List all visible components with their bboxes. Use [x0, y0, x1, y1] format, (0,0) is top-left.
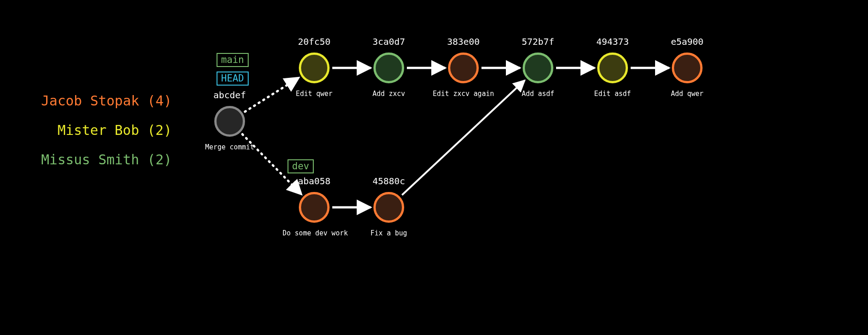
- commit-message: Do some dev work: [283, 229, 346, 237]
- branch-tag-dev: dev: [288, 159, 314, 173]
- commit-node: 572b7f Add asdf: [506, 36, 570, 98]
- commit-node: 383e00 Edit zxcv again: [432, 36, 495, 98]
- commit-circle-icon: [299, 53, 330, 83]
- author-entry: Jacob Stopak (4): [23, 93, 172, 109]
- commit-circle-icon: [214, 106, 245, 137]
- commit-hash: 572b7f: [506, 36, 570, 47]
- commit-node: 494373 Edit asdf: [581, 36, 644, 98]
- commit-node: 45880c Fix a bug: [357, 176, 420, 237]
- commit-circle-icon: [373, 192, 404, 223]
- commit-circle-icon: [597, 53, 628, 83]
- commit-message: Edit asdf: [581, 90, 644, 98]
- branch-tag-main: main: [217, 53, 249, 67]
- commit-message: Add qwer: [656, 90, 719, 98]
- commit-hash: abcdef: [198, 90, 261, 100]
- commit-message: Fix a bug: [357, 229, 420, 237]
- commit-circle-icon: [299, 192, 330, 223]
- commit-hash: 45880c: [357, 176, 420, 187]
- author-entry: Mister Bob (2): [23, 122, 172, 138]
- commit-circle-icon: [523, 53, 553, 83]
- commit-node: aba058 Do some dev work: [283, 176, 346, 237]
- commit-circle-icon: [373, 53, 404, 83]
- author-entry: Missus Smith (2): [23, 152, 172, 168]
- author-legend: Jacob Stopak (4) Mister Bob (2) Missus S…: [23, 93, 172, 168]
- commit-node: abcdef Merge commit: [198, 90, 261, 151]
- commit-circle-icon: [448, 53, 479, 83]
- commit-message: Add asdf: [506, 90, 570, 98]
- commit-hash: 494373: [581, 36, 644, 47]
- head-tag: HEAD: [217, 72, 249, 86]
- commit-hash: 20fc50: [283, 36, 346, 47]
- commit-node: e5a900 Add qwer: [656, 36, 719, 98]
- commit-circle-icon: [672, 53, 703, 83]
- commit-hash: 383e00: [432, 36, 495, 47]
- commit-hash: 3ca0d7: [357, 36, 420, 47]
- commit-message: Merge commit: [198, 143, 261, 151]
- commit-hash: aba058: [283, 176, 346, 187]
- git-graph-diagram: Jacob Stopak (4) Mister Bob (2) Missus S…: [0, 0, 868, 335]
- commit-node: 3ca0d7 Add zxcv: [357, 36, 420, 98]
- commit-message: Edit zxcv again: [432, 90, 495, 98]
- commit-hash: e5a900: [656, 36, 719, 47]
- commit-message: Edit qwer: [283, 90, 346, 98]
- commit-node: 20fc50 Edit qwer: [283, 36, 346, 98]
- commit-message: Add zxcv: [357, 90, 420, 98]
